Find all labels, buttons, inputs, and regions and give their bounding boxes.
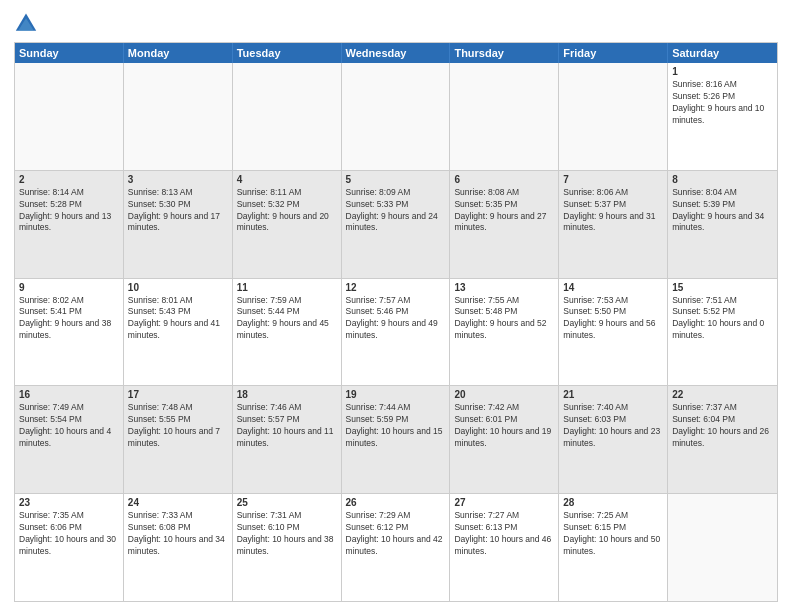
calendar-cell: 7Sunrise: 8:06 AM Sunset: 5:37 PM Daylig… <box>559 171 668 278</box>
header-thursday: Thursday <box>450 43 559 63</box>
calendar-body: 1Sunrise: 8:16 AM Sunset: 5:26 PM Daylig… <box>15 63 777 601</box>
day-info: Sunrise: 8:08 AM Sunset: 5:35 PM Dayligh… <box>454 187 554 235</box>
day-number: 2 <box>19 174 119 185</box>
day-number: 23 <box>19 497 119 508</box>
day-number: 9 <box>19 282 119 293</box>
calendar-cell: 5Sunrise: 8:09 AM Sunset: 5:33 PM Daylig… <box>342 171 451 278</box>
day-number: 20 <box>454 389 554 400</box>
week-row-2: 9Sunrise: 8:02 AM Sunset: 5:41 PM Daylig… <box>15 278 777 386</box>
calendar-cell: 2Sunrise: 8:14 AM Sunset: 5:28 PM Daylig… <box>15 171 124 278</box>
day-info: Sunrise: 7:27 AM Sunset: 6:13 PM Dayligh… <box>454 510 554 558</box>
day-number: 1 <box>672 66 773 77</box>
calendar-cell: 26Sunrise: 7:29 AM Sunset: 6:12 PM Dayli… <box>342 494 451 601</box>
header <box>14 10 778 34</box>
day-number: 8 <box>672 174 773 185</box>
header-tuesday: Tuesday <box>233 43 342 63</box>
week-row-0: 1Sunrise: 8:16 AM Sunset: 5:26 PM Daylig… <box>15 63 777 170</box>
day-info: Sunrise: 7:57 AM Sunset: 5:46 PM Dayligh… <box>346 295 446 343</box>
calendar-cell <box>450 63 559 170</box>
day-info: Sunrise: 8:16 AM Sunset: 5:26 PM Dayligh… <box>672 79 773 127</box>
day-number: 11 <box>237 282 337 293</box>
calendar-cell: 12Sunrise: 7:57 AM Sunset: 5:46 PM Dayli… <box>342 279 451 386</box>
calendar-cell: 14Sunrise: 7:53 AM Sunset: 5:50 PM Dayli… <box>559 279 668 386</box>
day-info: Sunrise: 7:33 AM Sunset: 6:08 PM Dayligh… <box>128 510 228 558</box>
day-info: Sunrise: 7:46 AM Sunset: 5:57 PM Dayligh… <box>237 402 337 450</box>
day-info: Sunrise: 7:55 AM Sunset: 5:48 PM Dayligh… <box>454 295 554 343</box>
calendar-cell: 6Sunrise: 8:08 AM Sunset: 5:35 PM Daylig… <box>450 171 559 278</box>
calendar-cell: 25Sunrise: 7:31 AM Sunset: 6:10 PM Dayli… <box>233 494 342 601</box>
logo-icon <box>14 12 38 34</box>
calendar-cell <box>15 63 124 170</box>
day-number: 16 <box>19 389 119 400</box>
calendar-cell: 22Sunrise: 7:37 AM Sunset: 6:04 PM Dayli… <box>668 386 777 493</box>
week-row-3: 16Sunrise: 7:49 AM Sunset: 5:54 PM Dayli… <box>15 385 777 493</box>
day-number: 3 <box>128 174 228 185</box>
day-number: 25 <box>237 497 337 508</box>
header-saturday: Saturday <box>668 43 777 63</box>
day-number: 27 <box>454 497 554 508</box>
calendar-cell: 8Sunrise: 8:04 AM Sunset: 5:39 PM Daylig… <box>668 171 777 278</box>
calendar-cell: 23Sunrise: 7:35 AM Sunset: 6:06 PM Dayli… <box>15 494 124 601</box>
calendar-cell <box>233 63 342 170</box>
day-info: Sunrise: 7:42 AM Sunset: 6:01 PM Dayligh… <box>454 402 554 450</box>
day-info: Sunrise: 8:13 AM Sunset: 5:30 PM Dayligh… <box>128 187 228 235</box>
calendar-header: Sunday Monday Tuesday Wednesday Thursday… <box>15 43 777 63</box>
day-number: 13 <box>454 282 554 293</box>
day-info: Sunrise: 7:48 AM Sunset: 5:55 PM Dayligh… <box>128 402 228 450</box>
day-number: 10 <box>128 282 228 293</box>
day-info: Sunrise: 7:37 AM Sunset: 6:04 PM Dayligh… <box>672 402 773 450</box>
calendar-cell <box>668 494 777 601</box>
day-info: Sunrise: 7:25 AM Sunset: 6:15 PM Dayligh… <box>563 510 663 558</box>
day-info: Sunrise: 8:09 AM Sunset: 5:33 PM Dayligh… <box>346 187 446 235</box>
day-info: Sunrise: 7:40 AM Sunset: 6:03 PM Dayligh… <box>563 402 663 450</box>
week-row-1: 2Sunrise: 8:14 AM Sunset: 5:28 PM Daylig… <box>15 170 777 278</box>
header-sunday: Sunday <box>15 43 124 63</box>
day-number: 24 <box>128 497 228 508</box>
header-monday: Monday <box>124 43 233 63</box>
calendar-cell: 9Sunrise: 8:02 AM Sunset: 5:41 PM Daylig… <box>15 279 124 386</box>
logo <box>14 14 40 34</box>
header-friday: Friday <box>559 43 668 63</box>
day-number: 6 <box>454 174 554 185</box>
calendar-cell: 17Sunrise: 7:48 AM Sunset: 5:55 PM Dayli… <box>124 386 233 493</box>
day-number: 14 <box>563 282 663 293</box>
calendar-cell: 10Sunrise: 8:01 AM Sunset: 5:43 PM Dayli… <box>124 279 233 386</box>
calendar-cell: 18Sunrise: 7:46 AM Sunset: 5:57 PM Dayli… <box>233 386 342 493</box>
day-number: 4 <box>237 174 337 185</box>
calendar-cell: 13Sunrise: 7:55 AM Sunset: 5:48 PM Dayli… <box>450 279 559 386</box>
day-number: 18 <box>237 389 337 400</box>
day-info: Sunrise: 8:11 AM Sunset: 5:32 PM Dayligh… <box>237 187 337 235</box>
calendar-cell: 16Sunrise: 7:49 AM Sunset: 5:54 PM Dayli… <box>15 386 124 493</box>
header-wednesday: Wednesday <box>342 43 451 63</box>
day-number: 19 <box>346 389 446 400</box>
day-number: 12 <box>346 282 446 293</box>
day-info: Sunrise: 7:44 AM Sunset: 5:59 PM Dayligh… <box>346 402 446 450</box>
day-info: Sunrise: 8:14 AM Sunset: 5:28 PM Dayligh… <box>19 187 119 235</box>
day-number: 28 <box>563 497 663 508</box>
calendar-cell: 19Sunrise: 7:44 AM Sunset: 5:59 PM Dayli… <box>342 386 451 493</box>
calendar-cell: 3Sunrise: 8:13 AM Sunset: 5:30 PM Daylig… <box>124 171 233 278</box>
calendar-cell: 27Sunrise: 7:27 AM Sunset: 6:13 PM Dayli… <box>450 494 559 601</box>
calendar-cell: 28Sunrise: 7:25 AM Sunset: 6:15 PM Dayli… <box>559 494 668 601</box>
day-number: 26 <box>346 497 446 508</box>
day-number: 17 <box>128 389 228 400</box>
day-info: Sunrise: 7:31 AM Sunset: 6:10 PM Dayligh… <box>237 510 337 558</box>
day-info: Sunrise: 7:49 AM Sunset: 5:54 PM Dayligh… <box>19 402 119 450</box>
calendar-cell: 21Sunrise: 7:40 AM Sunset: 6:03 PM Dayli… <box>559 386 668 493</box>
day-info: Sunrise: 8:02 AM Sunset: 5:41 PM Dayligh… <box>19 295 119 343</box>
day-info: Sunrise: 8:01 AM Sunset: 5:43 PM Dayligh… <box>128 295 228 343</box>
calendar: Sunday Monday Tuesday Wednesday Thursday… <box>14 42 778 602</box>
calendar-cell: 11Sunrise: 7:59 AM Sunset: 5:44 PM Dayli… <box>233 279 342 386</box>
calendar-cell: 20Sunrise: 7:42 AM Sunset: 6:01 PM Dayli… <box>450 386 559 493</box>
day-info: Sunrise: 7:53 AM Sunset: 5:50 PM Dayligh… <box>563 295 663 343</box>
day-info: Sunrise: 8:06 AM Sunset: 5:37 PM Dayligh… <box>563 187 663 235</box>
calendar-cell <box>124 63 233 170</box>
calendar-cell <box>342 63 451 170</box>
day-number: 7 <box>563 174 663 185</box>
day-number: 21 <box>563 389 663 400</box>
calendar-cell: 1Sunrise: 8:16 AM Sunset: 5:26 PM Daylig… <box>668 63 777 170</box>
calendar-cell: 4Sunrise: 8:11 AM Sunset: 5:32 PM Daylig… <box>233 171 342 278</box>
day-info: Sunrise: 7:29 AM Sunset: 6:12 PM Dayligh… <box>346 510 446 558</box>
page: Sunday Monday Tuesday Wednesday Thursday… <box>0 0 792 612</box>
day-info: Sunrise: 8:04 AM Sunset: 5:39 PM Dayligh… <box>672 187 773 235</box>
